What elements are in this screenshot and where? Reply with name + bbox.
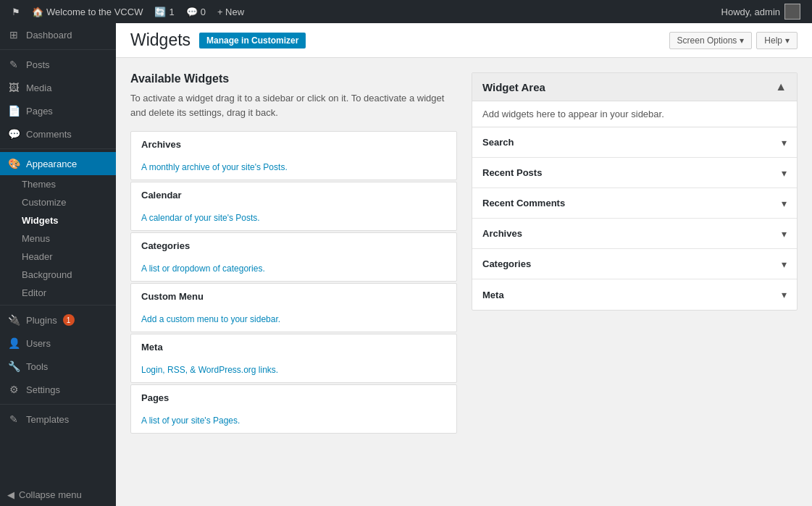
widget-area-row-categories[interactable]: Categories ▾ <box>472 249 797 279</box>
widget-pages-title[interactable]: Pages <box>131 385 456 411</box>
sidebar-item-tools[interactable]: 🔧 Tools <box>0 355 116 378</box>
new-item[interactable]: + New <box>212 0 250 23</box>
widget-area-recent-comments-arrow[interactable]: ▾ <box>782 198 787 209</box>
widget-pages[interactable]: Pages A list of your site's Pages. <box>130 384 457 434</box>
content-area: Available Widgets To activate a widget d… <box>116 58 812 450</box>
themes-label: Themes <box>22 179 56 190</box>
sidebar-label-appearance: Appearance <box>26 159 77 169</box>
widget-area-panel: Widget Area ▲ Add widgets here to appear… <box>472 72 798 435</box>
comments-count: 0 <box>201 7 206 17</box>
pages-icon: 📄 <box>7 105 20 117</box>
sidebar-item-plugins[interactable]: 🔌 Plugins 1 <box>0 308 116 332</box>
widget-archives[interactable]: Archives A monthly archive of your site'… <box>130 131 457 180</box>
collapse-menu[interactable]: ◀ Collapse menu <box>0 484 116 506</box>
widget-categories[interactable]: Categories A list or dropdown of categor… <box>130 232 457 282</box>
sidebar-sub-widgets[interactable]: Widgets <box>0 211 116 229</box>
widget-custom-menu[interactable]: Custom Menu Add a custom menu to your si… <box>130 283 457 332</box>
sidebar-label-plugins: Plugins <box>26 315 57 326</box>
sidebar-sub-customize[interactable]: Customize <box>0 193 116 211</box>
widget-area-categories-label: Categories <box>482 258 531 269</box>
widget-area-row-meta[interactable]: Meta ▾ <box>472 279 797 310</box>
widget-area-meta-label: Meta <box>482 290 504 300</box>
screen-options-label: Screen Options <box>677 35 737 46</box>
sidebar-item-appearance[interactable]: 🎨 Appearance <box>0 152 116 175</box>
widget-area-header: Widget Area ▲ <box>472 73 797 101</box>
widget-area-recent-posts-arrow[interactable]: ▾ <box>782 167 787 179</box>
menus-label: Menus <box>22 233 50 244</box>
sidebar-item-posts[interactable]: ✎ Posts <box>0 53 116 76</box>
plugins-badge: 1 <box>63 314 75 326</box>
manage-customizer-button[interactable]: Manage in Customizer <box>199 33 306 49</box>
widget-calendar-desc: A calendar of your site's Posts. <box>131 208 456 230</box>
background-label: Background <box>22 269 72 280</box>
page-header: Widgets Manage in Customizer Screen Opti… <box>116 23 812 58</box>
sidebar-item-comments[interactable]: 💬 Comments <box>0 122 116 146</box>
widget-area-box: Widget Area ▲ Add widgets here to appear… <box>472 72 798 311</box>
widget-categories-title[interactable]: Categories <box>131 233 456 259</box>
templates-icon: ✎ <box>7 413 20 425</box>
widget-area-recent-posts-label: Recent Posts <box>482 167 542 178</box>
widget-meta[interactable]: Meta Login, RSS, & WordPress.org links. <box>130 334 457 383</box>
available-widgets-desc: To activate a widget drag it to a sideba… <box>130 91 457 119</box>
sidebar-sub-background[interactable]: Background <box>0 266 116 284</box>
sidebar-sub-menus[interactable]: Menus <box>0 229 116 248</box>
howdy-area[interactable]: Howdy, admin <box>716 4 806 20</box>
widget-archives-title[interactable]: Archives <box>131 132 456 158</box>
sidebar-item-templates[interactable]: ✎ Templates <box>0 408 116 431</box>
sidebar-item-pages[interactable]: 📄 Pages <box>0 99 116 122</box>
widget-area-search-label: Search <box>482 137 514 148</box>
site-name-item[interactable]: 🏠 Welcome to the VCCW <box>26 0 148 23</box>
comments-nav-icon: 💬 <box>7 128 20 140</box>
avatar <box>784 4 800 20</box>
divider-4 <box>0 404 116 405</box>
widget-area-description: Add widgets here to appear in your sideb… <box>472 101 797 127</box>
sidebar: ⊞ Dashboard ✎ Posts 🖼 Media 📄 Pages 💬 Co… <box>0 23 116 506</box>
sidebar-item-settings[interactable]: ⚙ Settings <box>0 378 116 401</box>
wp-logo-item[interactable]: ⚑ <box>6 0 26 23</box>
help-button[interactable]: Help ▾ <box>756 32 798 49</box>
widget-custom-menu-title[interactable]: Custom Menu <box>131 284 456 310</box>
screen-options-arrow-icon: ▾ <box>740 35 744 46</box>
sidebar-label-templates: Templates <box>26 414 69 425</box>
admin-bar: ⚑ 🏠 Welcome to the VCCW 🔄 1 💬 0 + New Ho… <box>0 0 812 23</box>
updates-item[interactable]: 🔄 1 <box>148 0 180 23</box>
site-name: Welcome to the VCCW <box>46 7 143 17</box>
widget-area-search-arrow[interactable]: ▾ <box>782 137 787 148</box>
available-widgets-title: Available Widgets <box>130 72 457 85</box>
widget-area-row-search[interactable]: Search ▾ <box>472 127 797 158</box>
sidebar-label-media: Media <box>26 83 51 93</box>
divider-2 <box>0 148 116 149</box>
widget-calendar[interactable]: Calendar A calendar of your site's Posts… <box>130 182 457 231</box>
posts-icon: ✎ <box>7 59 20 70</box>
widget-area-row-archives[interactable]: Archives ▾ <box>472 219 797 249</box>
sidebar-item-dashboard[interactable]: ⊞ Dashboard <box>0 23 116 46</box>
sidebar-label-comments: Comments <box>26 129 72 140</box>
widget-area-archives-arrow[interactable]: ▾ <box>782 228 787 240</box>
sidebar-sub-header[interactable]: Header <box>0 248 116 266</box>
comments-icon: 💬 <box>186 7 198 17</box>
help-label: Help <box>764 35 782 46</box>
widget-area-categories-arrow[interactable]: ▾ <box>782 258 787 270</box>
comments-item[interactable]: 💬 0 <box>180 0 212 23</box>
widget-meta-desc: Login, RSS, & WordPress.org links. <box>131 360 456 382</box>
tools-icon: 🔧 <box>7 360 20 372</box>
page-title-area: Widgets Manage in Customizer <box>130 30 306 50</box>
settings-icon: ⚙ <box>7 384 20 395</box>
sidebar-sub-editor[interactable]: Editor <box>0 284 116 302</box>
sidebar-item-media[interactable]: 🖼 Media <box>0 76 116 99</box>
widget-area-title: Widget Area <box>482 81 545 93</box>
widget-area-meta-arrow[interactable]: ▾ <box>782 289 787 300</box>
sidebar-label-pages: Pages <box>26 106 53 117</box>
widget-calendar-title[interactable]: Calendar <box>131 182 456 208</box>
wp-logo-icon: ⚑ <box>12 7 20 17</box>
sidebar-item-users[interactable]: 👤 Users <box>0 332 116 355</box>
widget-area-archives-label: Archives <box>482 228 522 239</box>
plugins-icon: 🔌 <box>7 314 20 326</box>
sidebar-sub-themes[interactable]: Themes <box>0 175 116 193</box>
sidebar-label-users: Users <box>26 338 51 349</box>
widget-meta-title[interactable]: Meta <box>131 334 456 360</box>
widget-area-row-recent-posts[interactable]: Recent Posts ▾ <box>472 158 797 188</box>
widget-area-row-recent-comments[interactable]: Recent Comments ▾ <box>472 188 797 219</box>
widget-area-collapse-icon[interactable]: ▲ <box>775 80 787 93</box>
screen-options-button[interactable]: Screen Options ▾ <box>669 32 753 49</box>
